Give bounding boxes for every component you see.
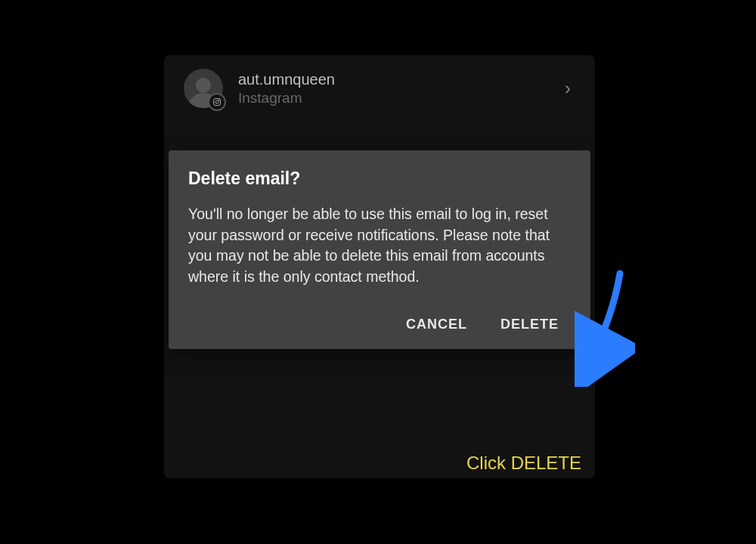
- account-row[interactable]: aut.umnqueen Instagram ›: [164, 55, 595, 122]
- account-username: aut.umnqueen: [238, 70, 565, 89]
- cancel-button[interactable]: CANCEL: [398, 309, 475, 340]
- delete-button[interactable]: DELETE: [493, 309, 566, 340]
- confirm-dialog: Delete email? You'll no longer be able t…: [169, 150, 590, 349]
- account-platform: Instagram: [238, 89, 565, 108]
- dialog-title: Delete email?: [188, 168, 571, 189]
- instagram-icon: [208, 93, 226, 111]
- annotation-text: Click DELETE: [466, 453, 581, 474]
- phone-screen: aut.umnqueen Instagram › Delete email? Y…: [164, 55, 595, 478]
- avatar: [184, 69, 223, 108]
- chevron-right-icon: ›: [565, 78, 571, 99]
- dialog-body: You'll no longer be able to use this ema…: [188, 204, 571, 288]
- svg-point-2: [218, 100, 219, 100]
- dialog-actions: CANCEL DELETE: [188, 309, 571, 340]
- svg-point-1: [215, 100, 218, 104]
